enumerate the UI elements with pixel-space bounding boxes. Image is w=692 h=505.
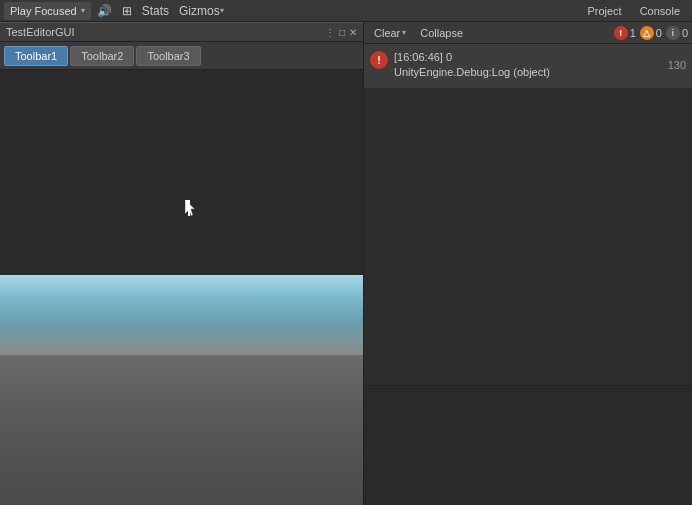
clear-label: Clear (374, 27, 400, 39)
top-bar-left: Play Focused ▾ 🔊 ⊞ Stats Gizmos ▾ (4, 2, 575, 20)
window-controls: ⋮ □ ✕ (325, 27, 357, 38)
entry-count-0: 130 (668, 59, 686, 71)
play-focused-label: Play Focused (10, 5, 77, 17)
info-badge-count: 0 (682, 27, 688, 39)
gizmos-button[interactable]: Gizmos ▾ (175, 3, 228, 19)
window-maximize-icon[interactable]: □ (339, 27, 345, 38)
toolbar3-button[interactable]: Toolbar3 (136, 46, 200, 66)
window-close-icon[interactable]: ✕ (349, 27, 357, 38)
console-panel: Clear ▾ Collapse ! 1 △ 0 i 0 (363, 22, 692, 505)
collapse-button[interactable]: Collapse (414, 25, 469, 41)
window-titlebar: TestEditorGUI ⋮ □ ✕ (0, 22, 363, 42)
console-detail-pane (364, 385, 692, 505)
play-focused-dropdown-arrow: ▾ (81, 6, 85, 15)
top-bar: Play Focused ▾ 🔊 ⊞ Stats Gizmos ▾ Projec… (0, 0, 692, 22)
audio-button[interactable]: 🔊 (93, 3, 116, 19)
scene-horizon (0, 275, 363, 355)
warn-badge-count: 0 (656, 27, 662, 39)
grid-button[interactable]: ⊞ (118, 3, 136, 19)
scene-sky-top (0, 70, 363, 275)
window-title: TestEditorGUI (6, 26, 321, 38)
error-badge-icon: ! (614, 26, 628, 40)
warn-badge-icon: △ (640, 26, 654, 40)
toolbar1-button[interactable]: Toolbar1 (4, 46, 68, 66)
scene-ground (0, 355, 363, 505)
top-bar-right: Project Console (579, 3, 688, 19)
badge-group: ! 1 △ 0 i 0 (614, 26, 688, 40)
game-scene (0, 70, 363, 505)
play-focused-group[interactable]: Play Focused ▾ (4, 2, 91, 20)
entry-text-0: [16:06:46] 0 UnityEngine.Debug:Log (obje… (394, 50, 662, 81)
main-area: TestEditorGUI ⋮ □ ✕ Toolbar1 Toolbar2 To… (0, 22, 692, 505)
info-badge: i 0 (666, 26, 688, 40)
clear-button[interactable]: Clear ▾ (368, 25, 412, 41)
game-view-content (0, 70, 363, 505)
gizmos-dropdown-arrow: ▾ (220, 6, 224, 15)
game-window-panel: TestEditorGUI ⋮ □ ✕ Toolbar1 Toolbar2 To… (0, 22, 363, 505)
toolbar-row: Toolbar1 Toolbar2 Toolbar3 (0, 42, 363, 70)
clear-dropdown-arrow: ▾ (402, 28, 406, 37)
entry-message-0: UnityEngine.Debug:Log (object) (394, 65, 662, 80)
window-menu-icon[interactable]: ⋮ (325, 27, 335, 38)
entry-error-icon: ! (370, 51, 388, 69)
info-badge-icon: i (666, 26, 680, 40)
warn-badge: △ 0 (640, 26, 662, 40)
console-action-bar: Clear ▾ Collapse ! 1 △ 0 i 0 (364, 22, 692, 44)
console-content[interactable]: ! [16:06:46] 0 UnityEngine.Debug:Log (ob… (364, 44, 692, 385)
entry-timestamp-0: [16:06:46] 0 (394, 50, 662, 65)
console-tab[interactable]: Console (632, 3, 688, 19)
console-entry-0[interactable]: ! [16:06:46] 0 UnityEngine.Debug:Log (ob… (364, 44, 692, 88)
project-tab[interactable]: Project (579, 3, 629, 19)
stats-button[interactable]: Stats (138, 3, 173, 19)
error-badge-count: 1 (630, 27, 636, 39)
toolbar2-button[interactable]: Toolbar2 (70, 46, 134, 66)
error-badge: ! 1 (614, 26, 636, 40)
panel-tabs: Project Console (579, 3, 688, 19)
